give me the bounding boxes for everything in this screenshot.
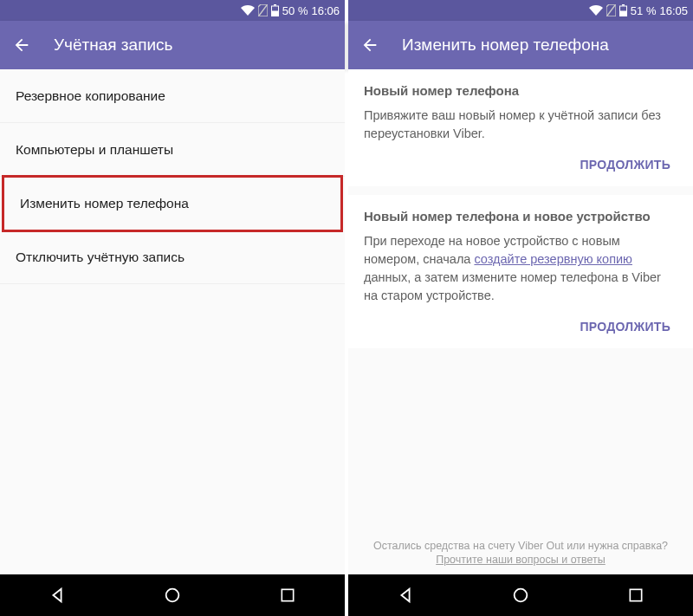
wifi-icon <box>589 5 603 16</box>
change-phone-content: Новый номер телефона Привяжите ваш новый… <box>348 69 693 574</box>
screen-change-phone: 51 % 16:05 Изменить номер телефона Новый… <box>348 0 693 616</box>
card-title: Новый номер телефона и новое устройство <box>364 209 677 224</box>
account-menu-list: Резервное копирование Компьютеры и планш… <box>0 69 345 574</box>
card-new-number: Новый номер телефона Привяжите ваш новый… <box>348 69 693 186</box>
app-bar: Учётная запись <box>0 21 345 69</box>
battery-icon <box>271 4 279 16</box>
battery-percent: 51 % <box>631 4 657 17</box>
sim-icon <box>258 4 268 16</box>
svg-rect-11 <box>630 589 641 600</box>
menu-item-deactivate[interactable]: Отключить учётную запись <box>0 230 345 284</box>
back-icon[interactable] <box>360 36 379 55</box>
card-body-text: данных, а затем измените номер телефона … <box>364 270 661 302</box>
svg-rect-8 <box>622 4 625 6</box>
app-bar: Изменить номер телефона <box>348 21 693 69</box>
menu-item-label: Резервное копирование <box>16 88 165 104</box>
menu-item-change-phone[interactable]: Изменить номер телефона <box>2 175 343 232</box>
card-new-number-device: Новый номер телефона и новое устройство … <box>348 195 693 348</box>
clock: 16:06 <box>311 4 340 17</box>
footer-note: Остались средства на счету Viber Out или… <box>348 540 693 574</box>
sim-icon <box>606 4 616 16</box>
clock: 16:05 <box>659 4 688 17</box>
card-body: Привяжите ваш новый номер к учётной запи… <box>364 107 677 143</box>
backup-link[interactable]: создайте резервную копию <box>474 252 632 266</box>
svg-rect-5 <box>282 589 293 600</box>
continue-button[interactable]: ПРОДОЛЖИТЬ <box>580 320 670 334</box>
nav-back-button[interactable] <box>27 574 87 616</box>
svg-rect-9 <box>620 7 626 11</box>
status-bar: 51 % 16:05 <box>348 0 693 21</box>
nav-recent-button[interactable] <box>257 574 318 616</box>
svg-rect-3 <box>272 7 278 11</box>
svg-rect-2 <box>274 4 276 6</box>
menu-item-label: Изменить номер телефона <box>20 196 189 211</box>
menu-item-label: Отключить учётную запись <box>16 250 185 265</box>
nav-recent-button[interactable] <box>606 574 666 616</box>
nav-bar <box>0 574 345 616</box>
battery-icon <box>619 4 627 16</box>
svg-line-0 <box>259 5 267 16</box>
nav-home-button[interactable] <box>142 574 203 616</box>
menu-item-computers-tablets[interactable]: Компьютеры и планшеты <box>0 123 345 177</box>
svg-line-6 <box>607 5 615 16</box>
battery-percent: 50 % <box>282 4 308 17</box>
nav-home-button[interactable] <box>490 574 551 616</box>
menu-item-backup[interactable]: Резервное копирование <box>0 69 345 123</box>
svg-point-10 <box>515 589 528 602</box>
menu-item-label: Компьютеры и планшеты <box>16 142 173 158</box>
faq-link[interactable]: Прочтите наши вопросы и ответы <box>366 554 676 566</box>
nav-back-button[interactable] <box>375 574 436 616</box>
wifi-icon <box>241 5 255 16</box>
page-title: Учётная запись <box>54 36 172 55</box>
nav-bar <box>348 574 693 616</box>
card-title: Новый номер телефона <box>364 83 677 98</box>
card-body: При переходе на новое устройство с новым… <box>364 232 677 305</box>
page-title: Изменить номер телефона <box>402 36 609 55</box>
status-bar: 50 % 16:06 <box>0 0 345 21</box>
continue-button[interactable]: ПРОДОЛЖИТЬ <box>580 158 670 172</box>
svg-point-4 <box>166 589 179 602</box>
footer-text: Остались средства на счету Viber Out или… <box>373 540 668 552</box>
back-icon[interactable] <box>12 36 31 55</box>
screen-account: 50 % 16:06 Учётная запись Резервное копи… <box>0 0 345 616</box>
